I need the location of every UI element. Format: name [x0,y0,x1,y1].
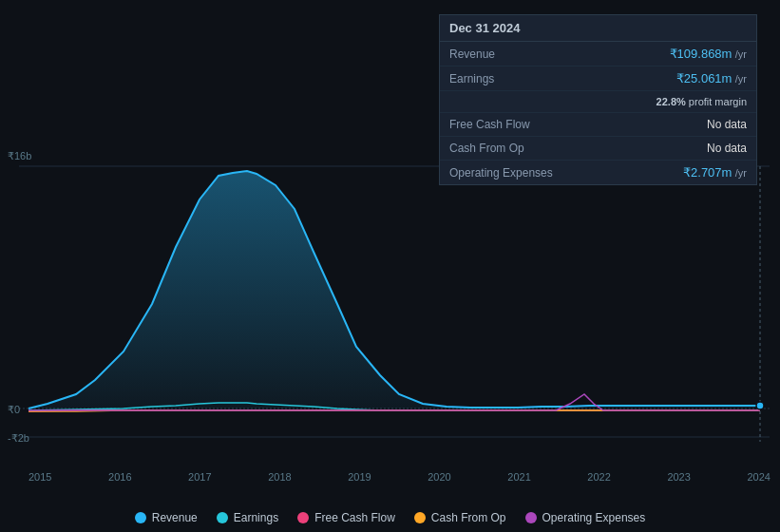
tooltip-value-opex: ₹2.707m /yr [683,165,747,180]
x-label-2021: 2021 [507,471,530,483]
chart-legend: Revenue Earnings Free Cash Flow Cash Fro… [0,511,780,524]
legend-label-fcf: Free Cash Flow [314,511,395,524]
x-label-2023: 2023 [667,471,690,483]
tooltip-row-earnings: Earnings ₹25.061m /yr [440,66,756,91]
tooltip-label-fcf: Free Cash Flow [449,118,530,131]
tooltip-label-earnings: Earnings [449,72,494,86]
legend-label-cashfromop: Cash From Op [431,511,506,524]
x-label-2019: 2019 [348,471,371,483]
tooltip-value-margin: 22.8% profit margin [656,96,747,107]
tooltip-value-revenue: ₹109.868m /yr [670,47,747,61]
legend-label-revenue: Revenue [152,511,198,524]
legend-label-opex: Operating Expenses [542,511,646,524]
y-label-neg2b: -₹2b [8,432,29,445]
margin-pct: 22.8% [656,96,686,107]
y-label-zero: ₹0 [8,404,20,416]
legend-dot-cashfromop [414,512,426,523]
x-label-2018: 2018 [268,471,291,483]
legend-dot-fcf [297,512,309,523]
legend-dot-opex [525,512,537,523]
legend-opex[interactable]: Operating Expenses [525,511,646,524]
tooltip-row-opex: Operating Expenses ₹2.707m /yr [440,161,756,184]
margin-text: profit margin [689,96,747,107]
legend-fcf[interactable]: Free Cash Flow [297,511,395,524]
tooltip-row-margin: 22.8% profit margin [440,91,756,113]
opex-unit: /yr [735,167,747,179]
earnings-amount: ₹25.061m [676,71,732,86]
opex-amount: ₹2.707m [683,165,732,180]
tooltip-value-earnings: ₹25.061m /yr [676,71,747,86]
x-label-2022: 2022 [587,471,610,483]
earnings-unit: /yr [735,73,747,85]
revenue-unit: /yr [735,48,747,60]
x-label-2015: 2015 [29,471,51,483]
tooltip-label-revenue: Revenue [449,48,495,61]
revenue-amount: ₹109.868m [670,47,732,61]
x-label-2017: 2017 [188,471,211,483]
x-label-2020: 2020 [428,471,450,483]
x-axis-labels: 2015 2016 2017 2018 2019 2020 2021 2022 … [29,471,770,483]
legend-earnings[interactable]: Earnings [217,511,278,524]
tooltip-row-cashfromop: Cash From Op No data [440,137,756,161]
x-label-2024: 2024 [747,471,770,483]
legend-cashfromop[interactable]: Cash From Op [414,511,506,524]
tooltip-date: Dec 31 2024 [440,15,756,42]
tooltip-value-cashfromop: No data [707,142,747,155]
x-label-2016: 2016 [108,471,131,483]
legend-revenue[interactable]: Revenue [135,511,198,524]
y-label-16b: ₹16b [8,150,31,162]
legend-dot-earnings [217,512,228,523]
tooltip-row-revenue: Revenue ₹109.868m /yr [440,42,756,66]
tooltip-label-opex: Operating Expenses [449,166,553,180]
tooltip-panel: Dec 31 2024 Revenue ₹109.868m /yr Earnin… [439,14,757,185]
legend-label-earnings: Earnings [234,511,278,524]
legend-dot-revenue [135,512,146,523]
tooltip-value-fcf: No data [707,118,747,131]
tooltip-label-cashfromop: Cash From Op [449,142,524,155]
tooltip-row-fcf: Free Cash Flow No data [440,113,756,137]
svg-point-5 [756,402,764,409]
